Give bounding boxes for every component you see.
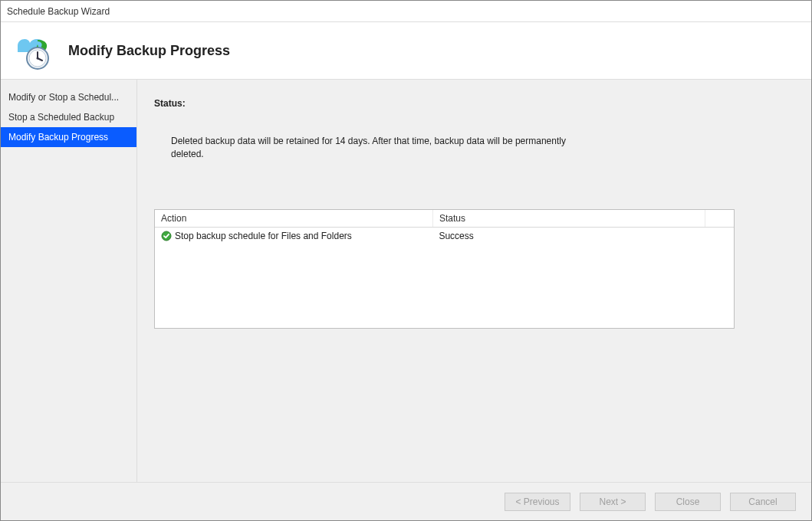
previous-button[interactable]: < Previous bbox=[505, 493, 570, 511]
next-button[interactable]: Next > bbox=[580, 493, 646, 511]
cancel-button[interactable]: Cancel bbox=[730, 493, 796, 511]
column-header-action[interactable]: Action bbox=[155, 210, 432, 228]
progress-table: Action Status bbox=[154, 209, 735, 329]
column-header-status[interactable]: Status bbox=[432, 210, 705, 228]
table-row[interactable]: Stop backup schedule for Files and Folde… bbox=[155, 227, 734, 244]
sidebar-item-modify-or-stop[interactable]: Modify or Stop a Schedul... bbox=[1, 87, 136, 107]
sidebar-item-modify-progress[interactable]: Modify Backup Progress bbox=[1, 127, 136, 147]
wizard-footer: < Previous Next > Close Cancel bbox=[1, 482, 811, 520]
close-button[interactable]: Close bbox=[655, 493, 721, 511]
wizard-header: Modify Backup Progress bbox=[1, 22, 811, 79]
window-title: Schedule Backup Wizard bbox=[1, 1, 811, 22]
wizard-content: Status: Deleted backup data will be reta… bbox=[137, 80, 811, 482]
wizard-steps-sidebar: Modify or Stop a Schedul... Stop a Sched… bbox=[1, 80, 137, 482]
page-heading: Modify Backup Progress bbox=[68, 43, 230, 59]
sidebar-item-label: Stop a Scheduled Backup bbox=[8, 112, 114, 123]
sidebar-item-label: Modify or Stop a Schedul... bbox=[8, 92, 119, 103]
status-text: Success bbox=[432, 227, 705, 244]
backup-clock-icon bbox=[12, 29, 54, 72]
action-text: Stop backup schedule for Files and Folde… bbox=[175, 231, 352, 241]
success-check-icon bbox=[161, 231, 172, 241]
svg-point-4 bbox=[37, 57, 39, 60]
window-title-text: Schedule Backup Wizard bbox=[7, 6, 110, 17]
sidebar-item-label: Modify Backup Progress bbox=[8, 132, 108, 143]
sidebar-item-stop-scheduled[interactable]: Stop a Scheduled Backup bbox=[1, 107, 136, 127]
status-label: Status: bbox=[154, 98, 735, 109]
column-header-spacer bbox=[705, 210, 734, 228]
status-description: Deleted backup data will be retained for… bbox=[171, 135, 570, 162]
